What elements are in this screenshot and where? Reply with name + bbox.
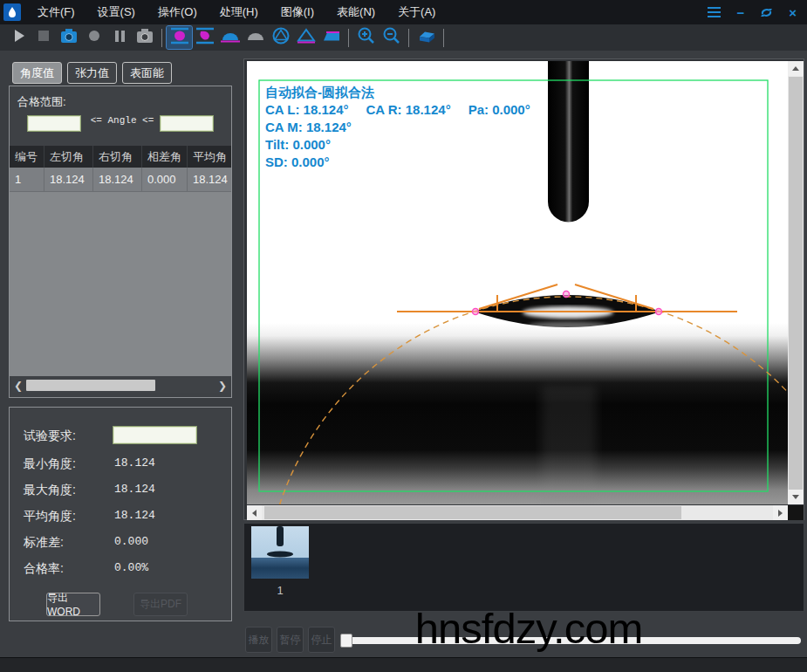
scroll-down-icon[interactable] [788, 490, 804, 504]
menu-process[interactable]: 处理(H) [209, 0, 270, 24]
record-button[interactable] [81, 26, 106, 49]
stop-video-button[interactable]: 停止 [308, 627, 335, 653]
measurement-readout: 自动拟合-圆拟合法 CA L: 18.124°CA R: 18.124°Pa: … [265, 84, 530, 171]
sessile-drop-mode-button[interactable] [217, 26, 243, 49]
menu-surface-energy[interactable]: 表能(N) [325, 0, 386, 24]
stat-label: 合格率: [24, 561, 114, 577]
sessile-drop-disabled-button[interactable] [243, 26, 268, 49]
needle-reflection [542, 386, 596, 504]
zoom-in-icon [356, 26, 377, 49]
scroll-left-icon[interactable] [247, 505, 262, 520]
minimize-button[interactable]: − [736, 6, 744, 19]
circle-fit-button[interactable] [268, 26, 293, 49]
stat-label: 平均角度: [24, 509, 114, 525]
menu-about[interactable]: 关于(A) [386, 0, 447, 24]
tab-surface-energy[interactable]: 表面能 [122, 62, 172, 84]
left-contact-marker[interactable] [473, 309, 479, 315]
stat-pass-rate: 合格率: 0.00% [24, 561, 220, 577]
sessile-drop-gray-icon [245, 26, 266, 49]
export-word-button[interactable]: 导出WORD [46, 593, 100, 616]
angle-max-input[interactable] [160, 115, 214, 132]
col-diff-angle: 相差角 [142, 146, 188, 168]
play-capture-button[interactable] [5, 26, 31, 49]
right-contact-marker[interactable] [656, 309, 662, 315]
play-icon [8, 26, 29, 49]
pause-capture-button[interactable] [106, 26, 132, 49]
angle-min-input[interactable] [27, 115, 81, 132]
table-horizontal-scrollbar[interactable]: ❮ ❯ [12, 378, 229, 393]
export-pdf-button[interactable]: 导出PDF [133, 593, 188, 616]
scroll-right-icon[interactable] [773, 505, 788, 520]
angle-range-expression: <= Angle <= [86, 115, 158, 126]
stop-capture-button[interactable] [31, 26, 56, 49]
angle-table-header: 编号 左切角 右切角 相差角 平均角 [10, 146, 231, 168]
toolbar [0, 24, 807, 51]
scroll-left-icon[interactable]: ❮ [12, 380, 24, 392]
thumbnail-image [251, 526, 309, 579]
scroll-right-icon[interactable]: ❯ [216, 380, 229, 392]
pendant-drop-icon [169, 26, 190, 49]
camera-blue-icon [58, 26, 79, 49]
capture-frame-button[interactable] [132, 26, 157, 49]
camera-image-canvas[interactable]: 自动拟合-圆拟合法 CA L: 18.124°CA R: 18.124°Pa: … [247, 61, 788, 504]
triangle-fit-button[interactable] [293, 26, 318, 49]
camera-image-frame: 自动拟合-圆拟合法 CA L: 18.124°CA R: 18.124°Pa: … [243, 58, 804, 520]
menu-bar: 文件(F) 设置(S) 操作(O) 处理(H) 图像(I) 表能(N) 关于(A… [0, 0, 807, 24]
play-video-button[interactable]: 播放 [245, 627, 272, 653]
col-right-angle: 右切角 [93, 146, 142, 168]
trapezoid-fit-button[interactable] [318, 26, 344, 49]
zoom-in-button[interactable] [353, 26, 379, 49]
stat-mean-angle: 平均角度: 18.124 [24, 509, 220, 525]
camera-gray-icon [134, 26, 155, 49]
pause-video-button[interactable]: 暂停 [277, 627, 304, 653]
tab-angle-value[interactable]: 角度值 [12, 62, 62, 84]
zoom-out-button[interactable] [379, 26, 404, 49]
stat-min-angle: 最小角度: 18.124 [24, 456, 220, 472]
cell-left-angle: 18.124 [44, 168, 93, 192]
substrate-band [247, 323, 788, 504]
eraser-button[interactable] [414, 26, 439, 49]
test-requirement-input[interactable] [113, 426, 197, 444]
scrollbar-corner [788, 505, 804, 520]
table-row[interactable]: 1 18.124 18.124 0.000 18.124 [10, 168, 231, 192]
apex-marker[interactable] [564, 291, 570, 298]
toolbar-separator [161, 29, 162, 47]
toolbar-separator [408, 29, 409, 47]
scrollbar-thumb[interactable] [26, 380, 155, 391]
stat-label: 最小角度: [24, 456, 114, 472]
statistics-panel: 试验要求: 最小角度: 18.124 最大角度: 18.124 平均角度: 18… [9, 407, 232, 621]
ca-left-value: CA L: 18.124° [265, 102, 348, 117]
eraser-icon [416, 26, 437, 49]
menu-file[interactable]: 文件(F) [26, 0, 86, 24]
pendant-drop-mode-button[interactable] [167, 26, 192, 49]
toolbar-separator [443, 29, 444, 47]
col-number: 编号 [10, 146, 44, 168]
menu-settings[interactable]: 设置(S) [86, 0, 147, 24]
frame-thumbnail[interactable]: 1 [251, 526, 309, 597]
scrollbar-thumb[interactable] [789, 77, 803, 490]
image-vertical-scrollbar[interactable] [788, 61, 804, 504]
tilted-drop-icon [195, 26, 215, 49]
trapezoid-fit-icon [321, 26, 342, 49]
water-drop-icon [6, 6, 18, 18]
tilted-drop-mode-button[interactable] [192, 26, 217, 49]
hamburger-menu-icon[interactable] [708, 4, 721, 20]
image-horizontal-scrollbar[interactable] [247, 505, 788, 520]
scroll-up-icon[interactable] [788, 61, 804, 76]
drop-highlight-2 [528, 322, 608, 330]
close-button[interactable]: × [789, 6, 797, 19]
snapshot-button[interactable] [56, 26, 81, 49]
status-bar [0, 657, 807, 672]
scrollbar-thumb[interactable] [264, 506, 681, 519]
stat-label: 最大角度: [24, 483, 114, 498]
restore-button[interactable] [760, 7, 773, 18]
stat-std-dev: 标准差: 0.000 [24, 535, 220, 551]
film-strip: 1 [243, 523, 804, 612]
frame-slider-thumb[interactable] [340, 634, 352, 648]
menu-operation[interactable]: 操作(O) [147, 0, 209, 24]
dispense-needle [548, 61, 589, 223]
tab-tension-value[interactable]: 张力值 [67, 62, 117, 84]
menu-image[interactable]: 图像(I) [270, 0, 325, 24]
watermark-text: hnsfdzy.com [415, 604, 642, 653]
stat-max-angle: 最大角度: 18.124 [24, 483, 220, 498]
